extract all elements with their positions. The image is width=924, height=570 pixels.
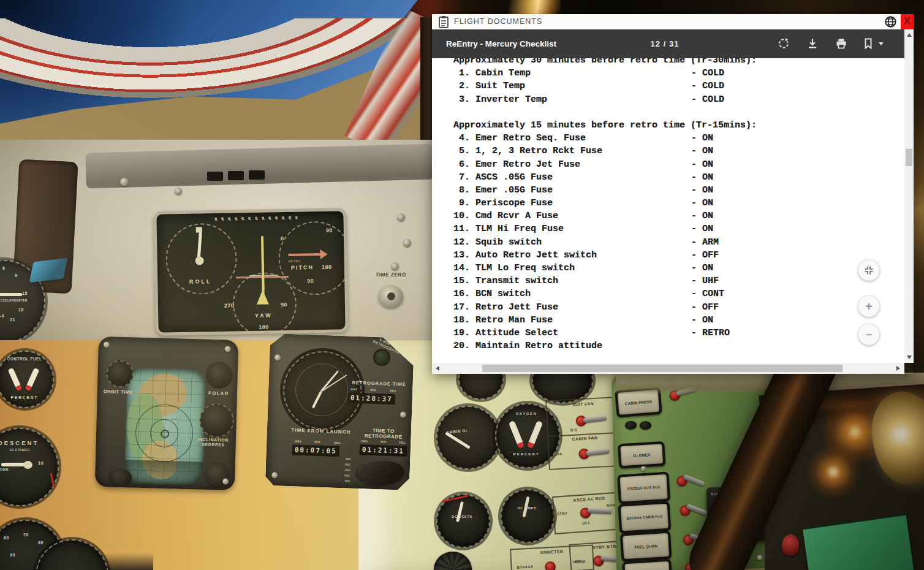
rotate-icon[interactable] xyxy=(778,37,790,50)
descent-n10: 10 xyxy=(38,461,44,466)
bolt xyxy=(403,239,411,247)
print-icon[interactable] xyxy=(835,37,847,50)
time-from-launch-value: 00:07:05 xyxy=(292,444,339,457)
polar-knob[interactable] xyxy=(205,362,233,389)
attitude-panel: ROLL 270 90 YAW 180 0 90 RETRO PITCH 180… xyxy=(153,208,348,335)
vent-slot xyxy=(228,171,244,180)
item-number: 2. xyxy=(453,80,470,93)
window-titlebar: FLIGHT DOCUMENTS X xyxy=(432,14,914,30)
bolt xyxy=(271,472,278,478)
descent-hub xyxy=(23,461,32,469)
sec-label: SEC xyxy=(390,389,396,393)
excess-cabin-h2o-indicator[interactable]: EXCESS CABIN H₂O xyxy=(618,501,672,534)
accelerometer-number: 18 xyxy=(18,308,24,313)
cabin-o2-gauge xyxy=(436,406,500,469)
cabin-fan-label: CABIN FAN xyxy=(563,435,606,443)
yaw-180: 180 xyxy=(249,324,278,330)
item-value: - COLD xyxy=(691,80,724,93)
item-value: - UHF xyxy=(691,275,719,287)
descent-unit: 10 FT/SEC xyxy=(0,448,44,452)
excess-suit-h2o-face: EXCESS SUIT H₂O xyxy=(620,474,668,502)
checklist-row: 10.Cmd Rcvr A Fuse- ON xyxy=(453,210,757,222)
bolt xyxy=(400,411,406,417)
accelerometer-number: 9 xyxy=(15,273,17,278)
document-page[interactable]: Approximately 30 minutes before retro ti… xyxy=(432,58,904,363)
page-indicator: 12 / 31 xyxy=(639,39,691,48)
inclination-knob[interactable] xyxy=(199,403,234,438)
roll-label: ROLL xyxy=(173,278,228,286)
item-label: Emer .05G Fuse xyxy=(475,185,553,196)
excess-suit-h2o-indicator[interactable]: EXCESS SUIT H₂O xyxy=(617,472,670,504)
control-fuel-unit: PERCENT xyxy=(0,395,49,400)
globe-icon[interactable] xyxy=(884,15,897,28)
checklist-row: 9.Periscope Fuse- ON xyxy=(453,197,757,210)
zoom-out-button[interactable]: − xyxy=(858,324,879,345)
download-icon[interactable] xyxy=(806,37,819,50)
suit-fan-toggle-lever[interactable] xyxy=(583,416,607,424)
scroll-up-arrow[interactable] xyxy=(907,33,912,37)
pitch-0: 0 xyxy=(281,235,284,241)
scroll-down-arrow[interactable] xyxy=(907,355,912,359)
red-button[interactable] xyxy=(782,534,799,555)
excess-cabin-h2o-face: EXCESS CABIN H₂O xyxy=(621,504,668,531)
item-value: - OFF xyxy=(691,249,719,262)
o2-emer-indicator[interactable]: O₂ EMER xyxy=(618,441,665,469)
item-label: Suit Temp xyxy=(475,81,525,91)
item-value: - ON xyxy=(691,158,713,171)
globe-shadow-band xyxy=(124,460,203,485)
ammeter-bypass-label: BYPASS xyxy=(517,565,533,570)
clipboard-icon xyxy=(438,15,449,28)
min-label: MIN xyxy=(381,440,387,444)
bolt xyxy=(275,354,281,360)
ascs-toggle-lever[interactable] xyxy=(588,508,612,514)
item-label: Periscope Fuse xyxy=(475,198,553,208)
checklist-section-header: Approximately 30 minutes before retro ti… xyxy=(453,58,757,67)
yaw-90: 90 xyxy=(281,302,287,308)
fit-page-icon xyxy=(864,265,874,275)
bookmark-dropdown-caret[interactable] xyxy=(879,42,884,45)
bolt xyxy=(641,466,646,471)
checklist-row: 20.Maintain Retro attitude xyxy=(453,340,757,352)
globe-bottom-knob2[interactable] xyxy=(108,468,132,488)
document-title: ReEntry - Mercury Checklist xyxy=(446,39,556,48)
oval-button[interactable] xyxy=(640,421,651,430)
lever-label-column: MIN SEC OFF SEC MIN xyxy=(334,456,351,484)
checklist-section-header: Approximately 15 minutes before retro ti… xyxy=(453,119,757,132)
bolt xyxy=(391,262,399,270)
retro-pointer-arrow xyxy=(320,249,327,259)
descent-down: DOWN xyxy=(0,468,9,472)
accelerometer-number: -6 xyxy=(0,314,4,319)
oval-button[interactable] xyxy=(625,420,637,429)
fuel-quan-face: FUEL QUAN xyxy=(623,533,669,559)
ammeter-toggle[interactable] xyxy=(545,561,556,570)
bolt xyxy=(120,178,129,186)
scroll-left-arrow[interactable] xyxy=(436,366,439,371)
fit-page-button[interactable] xyxy=(858,260,879,281)
bolt xyxy=(222,478,229,484)
item-value: - ON xyxy=(691,184,713,197)
accelerometer-number: 21 xyxy=(10,317,15,322)
checklist-row: 19.Attitude Select- RETRO xyxy=(453,327,757,340)
vertical-scroll-thumb[interactable] xyxy=(906,149,912,166)
scroll-right-arrow[interactable] xyxy=(896,366,900,371)
horizontal-scrollbar[interactable] xyxy=(432,363,904,374)
item-number: 6. xyxy=(453,158,470,171)
vertical-scrollbar[interactable] xyxy=(904,29,914,363)
game-screen: 6 9 ACCELEROMETER 15 18 21 -6 ROLL 270 xyxy=(0,0,924,570)
bookmark-icon[interactable] xyxy=(862,37,874,50)
checklist-row: 18.Retro Man Fuse- ON xyxy=(453,314,757,327)
checklist-row: 2.Suit Temp- COLD xyxy=(453,80,757,93)
fuel-quan-indicator[interactable]: FUEL QUAN xyxy=(620,531,672,562)
hrs-label: HRS xyxy=(295,439,301,443)
close-button[interactable]: X xyxy=(901,14,914,29)
item-value: - ON xyxy=(691,210,713,222)
zoom-in-button[interactable]: + xyxy=(858,296,879,317)
fan-switch-box: SUIT FAN Nº2 Nº3 CABIN FAN OFF xyxy=(545,397,621,470)
cabin-fan-toggle-lever[interactable] xyxy=(586,449,610,457)
item-label: Emer Retro Jet Fuse xyxy=(475,159,580,170)
item-value: - ARM xyxy=(691,236,719,249)
item-label: Retro Jett Fuse xyxy=(475,302,558,313)
item-number: 13. xyxy=(453,249,470,262)
checklist-row: 3.Inverter Temp- COLD xyxy=(453,93,757,106)
horizontal-scroll-thumb[interactable] xyxy=(482,365,843,372)
